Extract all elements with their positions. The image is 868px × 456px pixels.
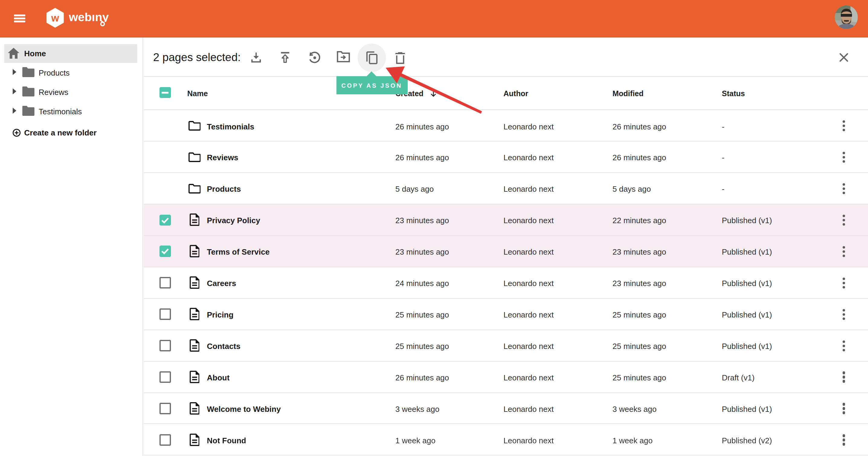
svg-text:w: w xyxy=(51,12,59,24)
